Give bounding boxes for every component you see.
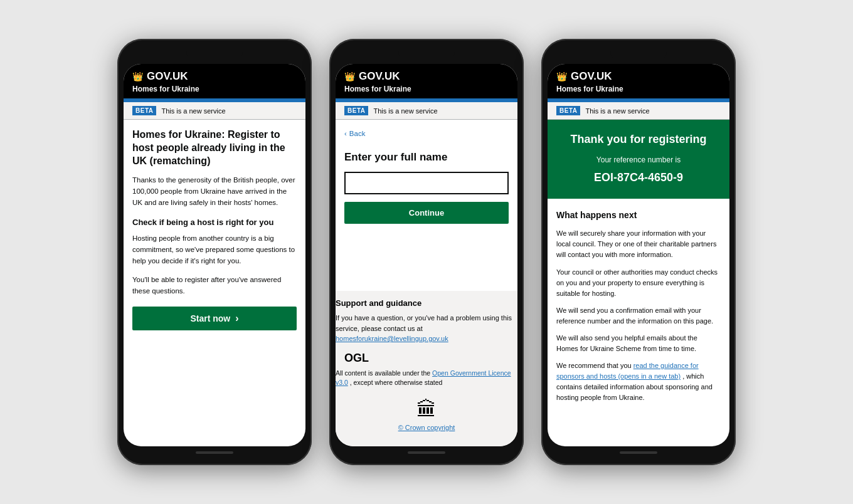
crown-icon-2: 👑 [344, 71, 355, 81]
body-para-2: You'll be able to register after you've … [132, 275, 297, 297]
phone-screen-1: 👑 GOV.UK Homes for Ukraine BETA This is … [124, 64, 305, 446]
gov-logo-text-2: GOV.UK [359, 70, 400, 83]
para5-prefix: We recommend that you [556, 362, 632, 369]
what-next-heading: What happens next [556, 209, 721, 222]
phone-notch-2 [398, 48, 455, 60]
beta-tag-2: BETA [344, 106, 368, 115]
phone-notch-1 [186, 48, 243, 60]
beta-banner-2: BETA This is a new service [336, 102, 517, 120]
phones-container: 👑 GOV.UK Homes for Ukraine BETA This is … [117, 39, 736, 465]
phone-content-3: Thank you for registering Your reference… [548, 120, 729, 446]
beta-tag-1: BETA [132, 106, 156, 115]
beta-tag-3: BETA [556, 106, 580, 115]
beta-text-3: This is a new service [585, 107, 649, 115]
page-title-1: Homes for Ukraine: Register to host peop… [132, 129, 297, 167]
support-text: If you have a question, or you've had a … [336, 313, 517, 344]
gov-header-3: 👑 GOV.UK Homes for Ukraine [548, 64, 729, 98]
continue-button-label: Continue [409, 208, 444, 218]
full-name-input[interactable] [344, 172, 509, 194]
what-next-para-5: We recommend that you read the guidance … [556, 360, 721, 403]
start-arrow-icon: › [235, 313, 238, 324]
support-heading: Support and guidance [336, 298, 517, 308]
start-button-label: Start now [190, 313, 230, 323]
phone-content-1: Homes for Ukraine: Register to host peop… [124, 120, 305, 446]
phone-bottom-bar-2 [408, 451, 445, 454]
phone-3: 👑 GOV.UK Homes for Ukraine BETA This is … [541, 39, 736, 465]
beta-banner-1: BETA This is a new service [124, 102, 305, 120]
crown-icon-1: 👑 [132, 71, 143, 81]
phone-2: 👑 GOV.UK Homes for Ukraine BETA This is … [329, 39, 524, 465]
what-next-para-2: Your council or other authorities may co… [556, 267, 721, 299]
gov-subtitle-1: Homes for Ukraine [132, 85, 297, 93]
gov-subtitle-3: Homes for Ukraine [556, 85, 721, 93]
phone-content-2: ‹ Back Enter your full name Continue [336, 120, 517, 281]
body-para-1: Hosting people from another country is a… [132, 233, 297, 266]
support-text-content: If you have a question, or you've had a … [336, 314, 512, 332]
start-now-button[interactable]: Start now › [132, 307, 297, 330]
support-section: Support and guidance If you have a quest… [336, 291, 517, 446]
what-next-para-1: We will securely share your information … [556, 228, 721, 260]
gov-header-1: 👑 GOV.UK Homes for Ukraine [124, 64, 305, 98]
gov-logo-text-3: GOV.UK [571, 70, 612, 83]
support-email-link[interactable]: homesforukraine@levellingup.gov.uk [336, 335, 448, 342]
crown-icon-3: 👑 [556, 71, 567, 81]
footer-text-suffix: , except where otherwise stated [350, 379, 443, 386]
section-heading-1: Check if being a host is right for you [132, 216, 297, 229]
back-chevron-icon: ‹ [344, 129, 347, 139]
beta-text-2: This is a new service [373, 107, 437, 115]
footer-text-prefix: All content is available under the [336, 369, 430, 377]
ref-number: EOI-87C4-4650-9 [558, 169, 719, 186]
beta-text-1: This is a new service [161, 107, 225, 115]
phone-notch-3 [610, 48, 667, 60]
continue-button[interactable]: Continue [344, 202, 509, 224]
gov-subtitle-2: Homes for Ukraine [344, 85, 509, 93]
phone-screen-3: 👑 GOV.UK Homes for Ukraine BETA This is … [548, 64, 729, 446]
copyright-link[interactable]: © Crown copyright [336, 424, 517, 439]
phone-1: 👑 GOV.UK Homes for Ukraine BETA This is … [117, 39, 312, 465]
what-next-para-4: We will also send you helpful emails abo… [556, 333, 721, 354]
phone-screen-2: 👑 GOV.UK Homes for Ukraine BETA This is … [336, 64, 517, 446]
gov-logo-3: 👑 GOV.UK [556, 70, 721, 83]
gov-logo-2: 👑 GOV.UK [344, 70, 509, 83]
form-label: Enter your full name [344, 149, 509, 165]
crown-footer-emblem: 🏛 [336, 391, 517, 424]
confirmation-title: Thank you for registering [558, 132, 719, 147]
ogl-logo: OGL [344, 352, 509, 365]
beta-banner-3: BETA This is a new service [548, 102, 729, 120]
what-next-para-3: We will send you a confirmation email wi… [556, 305, 721, 327]
gov-logo-1: 👑 GOV.UK [132, 70, 297, 83]
back-link-label: Back [349, 129, 366, 139]
ref-label: Your reference number is [558, 154, 719, 165]
back-link[interactable]: ‹ Back [344, 129, 509, 139]
gov-header-2: 👑 GOV.UK Homes for Ukraine [336, 64, 517, 98]
phone-bottom-bar-3 [620, 451, 657, 454]
phone-bottom-bar-1 [196, 451, 233, 454]
confirmation-box: Thank you for registering Your reference… [548, 120, 729, 199]
footer-text: All content is available under the Open … [336, 369, 517, 389]
intro-para-1: Thanks to the generosity of the British … [132, 175, 297, 208]
gov-logo-text-1: GOV.UK [147, 70, 188, 83]
